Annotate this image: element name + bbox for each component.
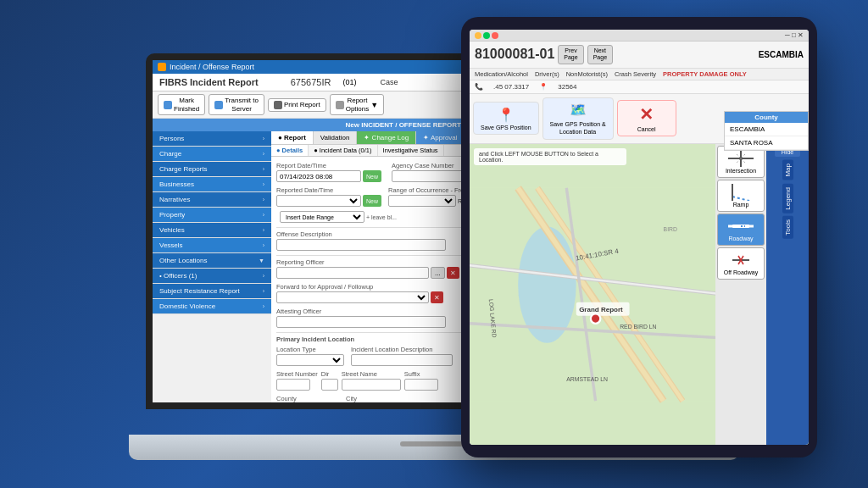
subtab-incident-data[interactable]: ● Incident Data (0/1) — [309, 145, 377, 156]
minimize-btn[interactable] — [475, 32, 481, 39]
close-btn[interactable] — [492, 32, 498, 39]
location-type-select[interactable] — [276, 354, 344, 366]
escambia-label: ESCAMBIA — [759, 50, 804, 59]
gps-pin-icon: 📍 — [498, 106, 515, 123]
map-panel-map[interactable]: Map — [782, 160, 793, 180]
mark-finished-button[interactable]: Mark Finished — [158, 94, 205, 115]
phone-label: 📞 — [475, 83, 483, 91]
sidebar-item-subject-resistance[interactable]: Subject Resistance Report › — [153, 284, 271, 299]
sidebar-item-other-locations[interactable]: Other Locations ▼ — [153, 253, 271, 269]
incident-location-input[interactable] — [351, 354, 453, 366]
offense-desc-input[interactable] — [276, 239, 446, 251]
insert-date-select[interactable]: Insert Date Range — [280, 211, 364, 223]
map-instruction: and Click LEFT MOUSE BUTTON to Select a … — [474, 148, 626, 165]
sidebar-item-property[interactable]: Property › — [153, 208, 271, 223]
sidebar-item-persons[interactable]: Persons › — [153, 131, 271, 147]
roadway-icon — [728, 218, 754, 235]
attesting-input[interactable] — [276, 316, 446, 328]
svg-text:BIRD: BIRD — [664, 226, 677, 232]
transmit-server-button[interactable]: Transmit to Server — [209, 94, 264, 115]
tab-change-log[interactable]: ✦ Change Log — [357, 131, 416, 144]
county-santa-rosa[interactable]: SANTA ROSA — [725, 136, 808, 150]
report-date-input[interactable] — [276, 170, 361, 182]
transmit-icon — [214, 101, 223, 109]
sidebar-item-domestic-violence[interactable]: Domestic Violence › — [153, 299, 271, 314]
reported-date-label: Reported Date/Time — [276, 186, 381, 194]
svg-text:RED BIRD LN: RED BIRD LN — [620, 323, 656, 329]
range-from-select[interactable] — [388, 195, 456, 207]
maximize-btn[interactable] — [483, 32, 490, 39]
county-header: County — [725, 112, 808, 123]
svg-line-23 — [732, 197, 749, 201]
sidebar-item-charge[interactable]: Charge › — [153, 147, 271, 162]
roadway-btn[interactable]: Roadway — [717, 214, 765, 246]
road-type-panel: Intersection Ramp — [715, 144, 766, 445]
dir-input[interactable] — [321, 379, 338, 391]
sidebar-item-officers[interactable]: • Officers (1) › — [153, 269, 271, 284]
street-name-label: Street Name — [342, 370, 401, 378]
fibrs-app-icon — [158, 63, 166, 71]
street-name-input[interactable] — [342, 379, 401, 391]
off-roadway-btn[interactable]: Off Roadway — [717, 247, 765, 280]
tab-report[interactable]: ● Report — [271, 131, 314, 144]
save-gps-location-label: Save GPS Position & Location Data — [550, 120, 606, 136]
tab-approval[interactable]: ✦ Approval — [416, 131, 465, 144]
chevron-icon: › — [263, 288, 264, 294]
map-panel-legend[interactable]: Legend — [782, 184, 793, 214]
sidebar-item-narratives[interactable]: Narratives › — [153, 192, 271, 208]
fibrs-sidebar: Persons › Charge › Charge Reports › Bu — [153, 131, 271, 402]
sidebar-item-vehicles[interactable]: Vehicles › — [153, 223, 271, 238]
zipcode-label: 📍 — [539, 83, 548, 91]
map-panel-tools[interactable]: Tools — [782, 216, 793, 239]
svg-text:ARMSTEAD LN: ARMSTEAD LN — [566, 376, 608, 382]
county-escambia[interactable]: ESCAMBIA — [725, 123, 808, 136]
zipcode-value: 32564 — [558, 83, 576, 91]
save-gps-label: Save GPS Position — [481, 125, 531, 130]
sidebar-item-vessels[interactable]: Vessels › — [153, 238, 271, 253]
meta-non-motorist: NonMotorist(s) — [566, 70, 608, 78]
ramp-btn[interactable]: Ramp — [717, 180, 765, 212]
cancel-label: Cancel — [637, 126, 656, 132]
forward-clear-btn[interactable]: ✕ — [431, 291, 443, 303]
cancel-btn[interactable]: ✕ Cancel — [617, 100, 676, 136]
county-label: County — [276, 395, 336, 402]
tablet-screen: ─ □ ✕ 81000081-01 Prev Page Next Page ES… — [470, 30, 809, 445]
case-label: Case — [380, 78, 398, 86]
reporting-officer-input[interactable] — [276, 267, 429, 279]
off-roadway-icon — [728, 252, 754, 269]
contact-info-row: 📞 .45 07.3317 📍 32564 — [470, 80, 809, 94]
street-number-input[interactable] — [276, 379, 310, 391]
save-gps-btn[interactable]: 📍 Save GPS Position — [473, 102, 539, 135]
intersection-icon — [728, 150, 754, 167]
meta-crash-severity: Crash Severity — [615, 70, 656, 78]
subtab-investigative[interactable]: Investigative Status — [378, 145, 444, 156]
subtab-details[interactable]: ● Details — [271, 145, 309, 156]
tab-validation[interactable]: Validation — [314, 131, 358, 144]
save-gps-location-btn[interactable]: 🗺️ Save GPS Position & Location Data — [542, 97, 614, 140]
reporting-officer-clear-btn[interactable]: ✕ — [447, 267, 459, 279]
suffix-label: Suffix — [404, 370, 438, 378]
suffix-input[interactable] — [404, 379, 438, 391]
print-report-button[interactable]: Print Report — [268, 98, 326, 112]
report-date-new-btn[interactable]: New — [363, 170, 381, 182]
next-page-btn[interactable]: Next Page — [587, 45, 613, 64]
reporting-officer-search-btn[interactable]: ... — [431, 267, 445, 279]
chevron-icon: › — [263, 197, 264, 202]
sidebar-item-businesses[interactable]: Businesses › — [153, 177, 271, 192]
chevron-icon: › — [263, 273, 264, 279]
window-controls — [475, 32, 498, 39]
ramp-icon — [728, 184, 754, 201]
prev-page-btn[interactable]: Prev Page — [558, 45, 583, 64]
reported-date-select[interactable] — [276, 195, 361, 207]
meta-crash-value: PROPERTY DAMAGE ONLY — [663, 70, 747, 78]
sidebar-item-charge-reports[interactable]: Charge Reports › — [153, 162, 271, 177]
tablet-meta: Medication/Alcohol Driver(s) NonMotorist… — [470, 69, 809, 80]
reported-date-new-btn[interactable]: New — [363, 195, 381, 207]
chevron-icon: › — [263, 227, 264, 233]
chevron-icon: › — [263, 151, 264, 157]
forward-select[interactable] — [276, 291, 429, 303]
chevron-icon: › — [263, 242, 264, 248]
map-area[interactable]: 10:41:10:SR 4 BIRD LOG LAKE RD RED BIRD … — [470, 144, 809, 445]
report-options-button[interactable]: Report Options ▼ — [330, 94, 385, 115]
report-id: 675675IR — [291, 77, 331, 87]
